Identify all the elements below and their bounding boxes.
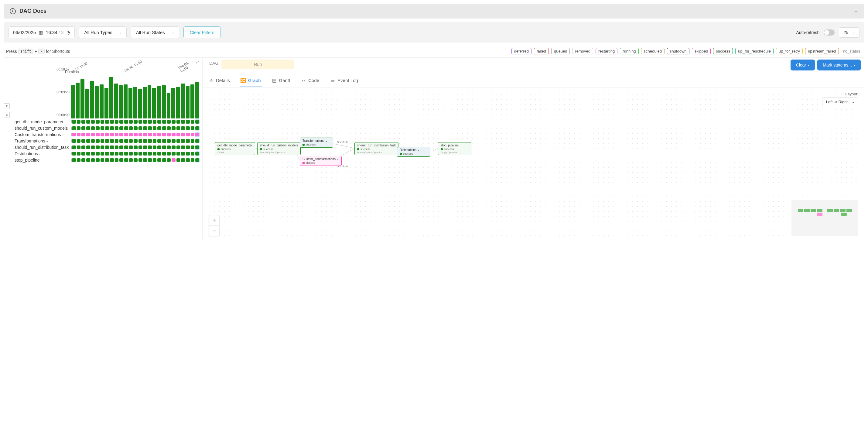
task-instance-cell[interactable] xyxy=(157,120,161,124)
legend-restarting[interactable]: restarting xyxy=(596,48,617,54)
task-instance-cell[interactable] xyxy=(138,146,143,149)
task-instance-cell[interactable] xyxy=(191,133,195,136)
task-instance-cell[interactable] xyxy=(138,152,143,156)
task-instance-cell[interactable] xyxy=(148,139,152,143)
task-instance-cell[interactable] xyxy=(157,152,161,156)
task-instance-cell[interactable] xyxy=(119,146,123,149)
task-instance-cell[interactable] xyxy=(177,152,180,156)
task-instance-cell[interactable] xyxy=(162,152,166,156)
task-instance-cell[interactable] xyxy=(191,152,195,156)
task-instance-cell[interactable] xyxy=(129,146,133,149)
task-instance-cell[interactable] xyxy=(186,139,190,143)
task-instance-cell[interactable] xyxy=(105,158,109,162)
run-bar[interactable] xyxy=(167,93,171,119)
task-instance-cell[interactable] xyxy=(105,126,109,130)
task-instance-cell[interactable] xyxy=(96,158,100,162)
task-instance-cell[interactable] xyxy=(134,152,137,156)
zoom-out-button[interactable]: − xyxy=(209,226,219,236)
legend-success[interactable]: success xyxy=(713,48,733,54)
task-instance-cell[interactable] xyxy=(115,146,119,149)
task-instance-cell[interactable] xyxy=(143,158,147,162)
legend-up_for_retry[interactable]: up_for_retry xyxy=(776,48,803,54)
task-instance-cell[interactable] xyxy=(119,133,123,136)
task-instance-cell[interactable] xyxy=(100,146,104,149)
task-instance-cell[interactable] xyxy=(82,139,85,143)
task-instance-cell[interactable] xyxy=(148,152,152,156)
graph-canvas[interactable]: Layout: Left -> Right ⌄ Distribute Distr… xyxy=(203,88,864,239)
task-instance-cell[interactable] xyxy=(119,152,123,156)
node-transformations[interactable]: Transformations ⌄ success xyxy=(300,137,333,148)
task-instance-cell[interactable] xyxy=(72,120,76,124)
task-instance-cell[interactable] xyxy=(86,126,90,130)
task-instance-cell[interactable] xyxy=(167,126,171,130)
task-instance-cell[interactable] xyxy=(91,126,95,130)
task-instance-cell[interactable] xyxy=(124,133,128,136)
task-instance-cell[interactable] xyxy=(143,152,147,156)
task-instance-cell[interactable] xyxy=(181,120,185,124)
node-custom-transformations[interactable]: Custom_transformations ⌄ skipped xyxy=(300,156,342,166)
task-instance-cell[interactable] xyxy=(148,158,152,162)
run-bar[interactable] xyxy=(81,79,85,119)
legend-deferred[interactable]: deferred xyxy=(512,48,531,54)
node-distributions[interactable]: Distributions ⌄ success xyxy=(397,147,430,157)
task-instance-cell[interactable] xyxy=(172,120,176,124)
legend-running[interactable]: running xyxy=(620,48,639,54)
task-instance-cell[interactable] xyxy=(96,146,100,149)
task-instance-cell[interactable] xyxy=(82,146,85,149)
task-instance-cell[interactable] xyxy=(86,152,90,156)
task-instance-cell[interactable] xyxy=(96,133,100,136)
task-instance-cell[interactable] xyxy=(181,158,185,162)
task-instance-cell[interactable] xyxy=(119,139,123,143)
task-instance-cell[interactable] xyxy=(72,126,76,130)
task-instance-cell[interactable] xyxy=(82,133,85,136)
task-instance-cell[interactable] xyxy=(110,120,114,124)
task-instance-cell[interactable] xyxy=(96,120,100,124)
task-instance-cell[interactable] xyxy=(186,126,190,130)
task-instance-cell[interactable] xyxy=(119,158,123,162)
task-instance-cell[interactable] xyxy=(167,133,171,136)
task-instance-cell[interactable] xyxy=(172,139,176,143)
node-get-dbt-mode[interactable]: get_dbt_mode_parameter success @task xyxy=(215,142,255,155)
task-instance-cell[interactable] xyxy=(119,120,123,124)
task-instance-cell[interactable] xyxy=(153,126,157,130)
task-instance-cell[interactable] xyxy=(186,158,190,162)
task-instance-cell[interactable] xyxy=(72,133,76,136)
task-instance-cell[interactable] xyxy=(167,120,171,124)
task-instance-cell[interactable] xyxy=(124,146,128,149)
run-bar[interactable] xyxy=(138,89,142,119)
task-instance-cell[interactable] xyxy=(105,120,109,124)
breadcrumb-run[interactable]: Run xyxy=(221,60,294,69)
task-instance-cell[interactable] xyxy=(143,120,147,124)
task-instance-cell[interactable] xyxy=(134,133,137,136)
task-instance-cell[interactable] xyxy=(110,158,114,162)
task-instance-cell[interactable] xyxy=(124,120,128,124)
task-instance-cell[interactable] xyxy=(96,139,100,143)
task-instance-cell[interactable] xyxy=(77,158,81,162)
legend-failed[interactable]: failed xyxy=(534,48,549,54)
task-instance-cell[interactable] xyxy=(100,152,104,156)
task-label[interactable]: should_run_custom_models xyxy=(10,126,71,131)
task-instance-cell[interactable] xyxy=(167,158,171,162)
task-instance-cell[interactable] xyxy=(143,133,147,136)
task-label[interactable]: Transformations⌄ xyxy=(10,138,71,144)
run-bar[interactable] xyxy=(157,86,161,119)
task-instance-cell[interactable] xyxy=(143,139,147,143)
task-instance-cell[interactable] xyxy=(129,152,133,156)
run-bar[interactable] xyxy=(119,85,123,119)
task-instance-cell[interactable] xyxy=(77,146,81,149)
task-instance-cell[interactable] xyxy=(162,126,166,130)
run-bar[interactable] xyxy=(85,89,89,119)
task-label[interactable]: stop_pipeline xyxy=(10,158,71,162)
task-instance-cell[interactable] xyxy=(115,152,119,156)
task-instance-cell[interactable] xyxy=(124,139,128,143)
task-instance-cell[interactable] xyxy=(177,133,180,136)
task-instance-cell[interactable] xyxy=(72,139,76,143)
task-instance-cell[interactable] xyxy=(157,126,161,130)
task-instance-cell[interactable] xyxy=(134,146,137,149)
task-instance-cell[interactable] xyxy=(134,120,137,124)
task-instance-cell[interactable] xyxy=(86,158,90,162)
legend-upstream_failed[interactable]: upstream_failed xyxy=(805,48,839,54)
run-bar[interactable] xyxy=(190,85,194,119)
task-instance-cell[interactable] xyxy=(110,146,114,149)
run-bar[interactable] xyxy=(133,87,137,119)
